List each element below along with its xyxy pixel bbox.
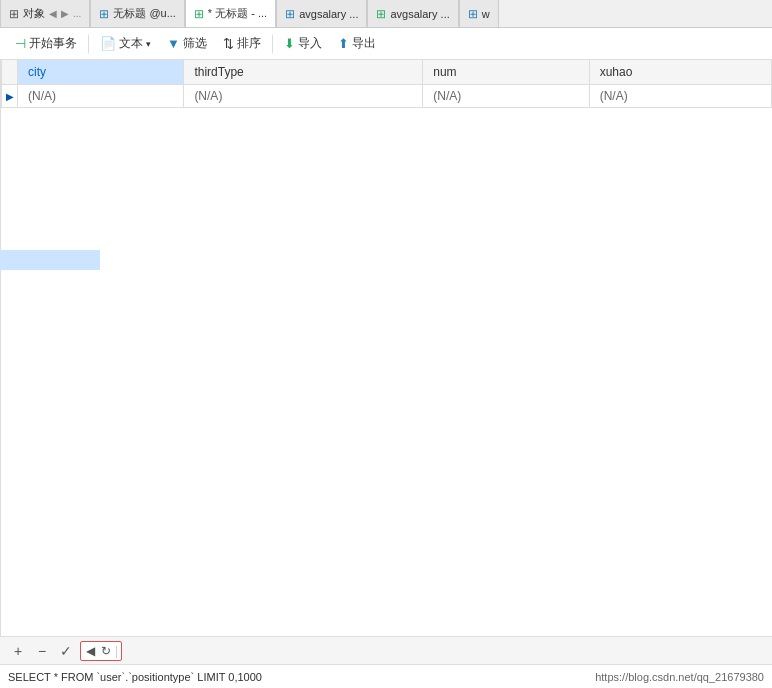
toolbar-separator-2 [272, 35, 273, 53]
col-header-city[interactable]: city [18, 60, 184, 85]
text-icon: 📄 [100, 36, 116, 51]
refresh-button[interactable]: ↻ [99, 643, 113, 659]
filter-button[interactable]: ▼ 筛选 [160, 32, 214, 55]
nav-group: ◀ ↻ | [80, 641, 122, 661]
grid-icon-blue3: ⊞ [468, 7, 478, 21]
grid-icon-blue: ⊞ [99, 7, 109, 21]
tab-obj[interactable]: ⊞ 对象 ◀ ▶ ... [0, 0, 90, 27]
cell-num[interactable]: (N/A) [423, 85, 589, 108]
sql-status: SELECT * FROM `user`.`positiontype` LIMI… [8, 671, 262, 683]
nav-back-button[interactable]: ◀ [84, 643, 97, 659]
begin-transaction-button[interactable]: ⊣ 开始事务 [8, 32, 84, 55]
left-panel-highlight [0, 250, 100, 270]
begin-tx-label: 开始事务 [29, 35, 77, 52]
toolbar-separator-1 [88, 35, 89, 53]
cell-thirdtype[interactable]: (N/A) [184, 85, 423, 108]
nav-back-icon: ◀ [86, 644, 95, 658]
export-label: 导出 [352, 35, 376, 52]
export-button[interactable]: ⬆ 导出 [331, 32, 383, 55]
nav-arrow-icon: ◀ [49, 8, 57, 19]
col-header-num[interactable]: num [423, 60, 589, 85]
sort-icon: ⇅ [223, 36, 234, 51]
tab-avgsalary2[interactable]: ⊞ avgsalary ... [367, 0, 458, 27]
tab-query1[interactable]: ⊞ 无标题 @u... [90, 0, 185, 27]
grid-icon-green2: ⊞ [376, 7, 386, 21]
import-icon: ⬇ [284, 36, 295, 51]
table-container[interactable]: city thirdType num xuhao ▶ (N/A) (N/A) (… [0, 60, 772, 636]
nav-icon: ⊞ [9, 7, 19, 21]
text-dropdown-icon: ▾ [146, 39, 151, 49]
tab-avgsalary1-label: avgsalary ... [299, 8, 358, 20]
row-indicator-header [2, 60, 18, 85]
tab-query2[interactable]: ⊞ * 无标题 - ... [185, 0, 276, 28]
check-icon: ✓ [60, 643, 72, 659]
grid-icon-green: ⊞ [194, 7, 204, 21]
remove-icon: − [38, 643, 46, 659]
export-icon: ⬆ [338, 36, 349, 51]
text-button[interactable]: 📄 文本 ▾ [93, 32, 158, 55]
table-header-row: city thirdType num xuhao [2, 60, 772, 85]
table-row: ▶ (N/A) (N/A) (N/A) (N/A) [2, 85, 772, 108]
row-indicator-cell: ▶ [2, 85, 18, 108]
bottom-bar: + − ✓ ◀ ↻ | [0, 636, 772, 664]
add-row-button[interactable]: + [8, 641, 28, 661]
grid-icon-blue2: ⊞ [285, 7, 295, 21]
tab-extra-label: w [482, 8, 490, 20]
nav-arrow-icon2: ▶ [61, 8, 69, 19]
cell-city[interactable]: (N/A) [18, 85, 184, 108]
status-url: https://blog.csdn.net/qq_21679380 [595, 671, 764, 683]
nav-separator: | [115, 644, 118, 658]
import-label: 导入 [298, 35, 322, 52]
tab-avgsalary2-label: avgsalary ... [390, 8, 449, 20]
col-header-thirdtype[interactable]: thirdType [184, 60, 423, 85]
import-button[interactable]: ⬇ 导入 [277, 32, 329, 55]
toolbar: ⊣ 开始事务 📄 文本 ▾ ▼ 筛选 ⇅ 排序 ⬇ 导入 ⬆ 导出 [0, 28, 772, 60]
remove-row-button[interactable]: − [32, 641, 52, 661]
text-label: 文本 [119, 35, 143, 52]
filter-label: 筛选 [183, 35, 207, 52]
row-arrow-icon: ▶ [6, 91, 14, 102]
tab-query2-label: * 无标题 - ... [208, 6, 267, 21]
tab-bar: ⊞ 对象 ◀ ▶ ... ⊞ 无标题 @u... ⊞ * 无标题 - ... ⊞… [0, 0, 772, 28]
nav-dots: ... [73, 8, 81, 19]
col-header-xuhao[interactable]: xuhao [589, 60, 771, 85]
status-bar: SELECT * FROM `user`.`positiontype` LIMI… [0, 664, 772, 688]
sort-label: 排序 [237, 35, 261, 52]
main-content: city thirdType num xuhao ▶ (N/A) (N/A) (… [0, 60, 772, 636]
add-icon: + [14, 643, 22, 659]
filter-icon: ▼ [167, 36, 180, 51]
begin-tx-icon: ⊣ [15, 36, 26, 51]
tab-avgsalary1[interactable]: ⊞ avgsalary ... [276, 0, 367, 27]
data-table: city thirdType num xuhao ▶ (N/A) (N/A) (… [1, 60, 772, 108]
cell-xuhao[interactable]: (N/A) [589, 85, 771, 108]
tab-query1-label: 无标题 @u... [113, 6, 176, 21]
tab-extra[interactable]: ⊞ w [459, 0, 499, 27]
refresh-icon: ↻ [101, 644, 111, 658]
tab-obj-label: 对象 [23, 6, 45, 21]
confirm-button[interactable]: ✓ [56, 641, 76, 661]
sort-button[interactable]: ⇅ 排序 [216, 32, 268, 55]
